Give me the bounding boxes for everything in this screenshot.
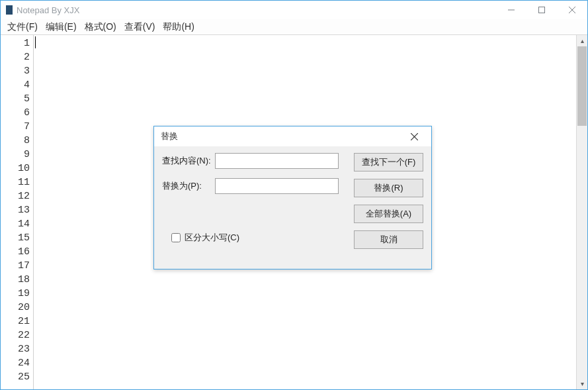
- menu-help[interactable]: 帮助(H): [159, 20, 198, 34]
- line-number: 11: [1, 175, 30, 189]
- line-number: 4: [1, 78, 30, 92]
- window-title: Notepad By XJX: [17, 5, 79, 15]
- line-number: 5: [1, 92, 30, 106]
- app-icon: [6, 5, 13, 15]
- line-number: 3: [1, 64, 30, 78]
- menu-edit[interactable]: 编辑(E): [42, 20, 81, 34]
- line-number: 1: [1, 36, 30, 50]
- line-number: 14: [1, 217, 30, 231]
- replace-all-button[interactable]: 全部替换(A): [354, 205, 423, 223]
- line-number: 9: [1, 148, 30, 162]
- line-number: 15: [1, 231, 30, 245]
- dialog-body: 查找内容(N): 替换为(P): 查找下一个(F) 替换(R) 全部替换(A) …: [154, 146, 431, 161]
- replace-input[interactable]: [215, 178, 339, 194]
- dialog-close-button[interactable]: [401, 126, 427, 146]
- line-number: 23: [1, 342, 30, 356]
- replace-button[interactable]: 替换(R): [354, 179, 423, 197]
- line-number: 22: [1, 328, 30, 342]
- line-number: 17: [1, 259, 30, 273]
- cancel-button[interactable]: 取消: [354, 230, 423, 249]
- scroll-up-arrow[interactable]: ▴: [577, 35, 587, 46]
- scrollbar-thumb[interactable]: [577, 46, 587, 126]
- menu-bar: 文件(F) 编辑(E) 格式(O) 查看(V) 帮助(H): [1, 19, 587, 35]
- line-number: 21: [1, 315, 30, 328]
- line-number-gutter: 1234567891011121314151617181920212223242…: [1, 35, 34, 389]
- find-next-button[interactable]: 查找下一个(F): [354, 153, 423, 171]
- close-button[interactable]: [557, 1, 587, 19]
- line-number: 24: [1, 356, 30, 370]
- svg-rect-1: [539, 7, 545, 13]
- line-number: 10: [1, 162, 30, 175]
- find-input[interactable]: [215, 153, 339, 169]
- dialog-title-bar: 替换: [154, 126, 431, 146]
- line-number: 25: [1, 370, 30, 384]
- find-label: 查找内容(N):: [162, 155, 215, 167]
- minimize-button[interactable]: [496, 1, 526, 19]
- menu-file[interactable]: 文件(F): [3, 20, 42, 34]
- title-bar: Notepad By XJX: [1, 1, 587, 19]
- line-number: 8: [1, 134, 30, 148]
- line-number: 7: [1, 120, 30, 134]
- dialog-title: 替换: [161, 130, 178, 142]
- match-case-label: 区分大小写(C): [185, 232, 239, 244]
- vertical-scrollbar[interactable]: ▴ ▾: [576, 35, 587, 389]
- match-case-row[interactable]: 区分大小写(C): [169, 231, 239, 244]
- menu-format[interactable]: 格式(O): [81, 20, 120, 34]
- match-case-checkbox[interactable]: [171, 233, 181, 242]
- line-number: 20: [1, 301, 30, 315]
- line-number: 6: [1, 106, 30, 120]
- replace-label: 替换为(P):: [162, 180, 215, 192]
- line-number: 19: [1, 287, 30, 301]
- text-cursor: [35, 36, 36, 48]
- window-controls: [496, 1, 587, 19]
- line-number: 12: [1, 189, 30, 203]
- menu-view[interactable]: 查看(V): [120, 20, 159, 34]
- scroll-down-arrow[interactable]: ▾: [577, 378, 587, 389]
- line-number: 13: [1, 203, 30, 217]
- line-number: 18: [1, 273, 30, 287]
- replace-dialog: 替换 查找内容(N): 替换为(P): 查找下一个(F) 替换(R) 全部替换(…: [153, 126, 432, 269]
- line-number: 2: [1, 50, 30, 64]
- maximize-button[interactable]: [526, 1, 557, 19]
- line-number: 16: [1, 245, 30, 259]
